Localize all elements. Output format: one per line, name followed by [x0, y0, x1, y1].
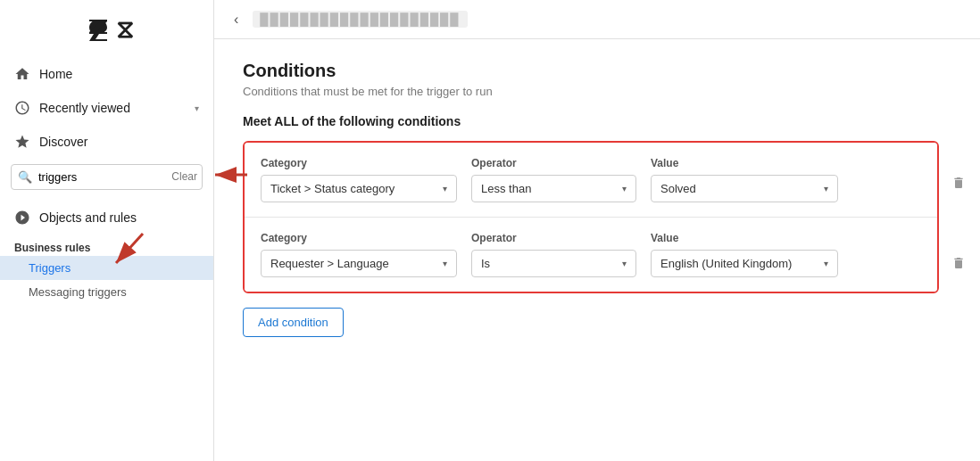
operator-chevron-1: ▾ — [622, 184, 627, 193]
conditions-outer: Category Ticket > Status category ▾ Oper… — [243, 141, 980, 308]
operator-value-2: Is — [481, 257, 490, 270]
home-icon — [14, 66, 30, 82]
category-label-2: Category — [261, 232, 457, 244]
svg-line-3 — [116, 234, 143, 263]
category-group-1: Category Ticket > Status category ▾ — [261, 157, 457, 202]
condition-row-1: Category Ticket > Status category ▾ Oper… — [245, 143, 937, 218]
value-chevron-2: ▾ — [824, 259, 828, 268]
search-icon: 🔍 — [18, 169, 32, 183]
value-label-2: Value — [651, 232, 838, 244]
sidebar-item-discover[interactable]: Discover — [0, 125, 213, 159]
triggers-item-wrap: Triggers — [0, 256, 213, 280]
add-condition-button[interactable]: Add condition — [243, 308, 344, 337]
clear-button[interactable]: Clear — [171, 170, 197, 183]
sidebar-item-objects-rules-label: Objects and rules — [39, 210, 137, 225]
meet-all-label: Meet ALL of the following conditions — [243, 114, 951, 128]
trash-icon-1 — [951, 176, 966, 190]
condition-cols-1: Category Ticket > Status category ▾ Oper… — [261, 157, 921, 202]
operator-label-2: Operator — [471, 232, 636, 244]
logo-text: ⧖ — [116, 16, 133, 45]
operator-group-2: Operator Is ▾ — [471, 232, 636, 277]
sidebar-item-home-label: Home — [39, 67, 72, 81]
sidebar-item-recently-viewed-label: Recently viewed — [39, 101, 130, 115]
clock-icon — [14, 100, 30, 116]
red-arrow-search — [208, 164, 247, 189]
condition-cols-2: Category Requester > Language ▾ Operator… — [261, 232, 921, 277]
operator-chevron-2: ▾ — [622, 259, 627, 268]
collapse-sidebar-button[interactable]: ‹ — [228, 8, 244, 31]
value-chevron-1: ▾ — [824, 184, 828, 193]
sidebar-item-messaging-triggers[interactable]: Messaging triggers — [0, 280, 213, 304]
main-content: ‹ ████████████████████ Conditions Condit… — [214, 0, 980, 461]
category-chevron-2: ▾ — [443, 259, 447, 268]
delete-condition-1-button[interactable] — [946, 143, 971, 223]
category-chevron-1: ▾ — [443, 184, 447, 193]
objects-icon — [14, 210, 30, 226]
category-value-1: Ticket > Status category — [270, 182, 394, 195]
chevron-down-icon: ▾ — [195, 103, 199, 113]
category-label-1: Category — [261, 157, 457, 169]
value-label-1: Value — [651, 157, 838, 169]
category-value-2: Requester > Language — [270, 257, 389, 270]
value-value-1: Solved — [660, 182, 696, 195]
value-group-1: Value Solved ▾ — [651, 157, 838, 202]
sidebar: ⧖ Home Recently viewed ▾ Discover 🔍 — [0, 0, 214, 461]
star-icon — [14, 134, 30, 150]
operator-select-1[interactable]: Less than ▾ — [471, 175, 636, 202]
page-title: Conditions — [243, 61, 951, 81]
category-select-2[interactable]: Requester > Language ▾ — [261, 250, 457, 277]
conditions-subtitle: Conditions that must be met for the trig… — [243, 85, 951, 98]
logo: ⧖ — [0, 0, 213, 57]
sidebar-item-home[interactable]: Home — [0, 57, 213, 91]
delete-condition-2-button[interactable] — [946, 223, 971, 303]
content-area: Conditions Conditions that must be met f… — [214, 39, 980, 461]
value-select-1[interactable]: Solved ▾ — [651, 175, 838, 202]
zendesk-logo — [80, 12, 116, 48]
breadcrumb: ████████████████████ — [253, 11, 467, 28]
operator-value-1: Less than — [481, 182, 531, 195]
sidebar-item-discover-label: Discover — [39, 135, 87, 149]
category-group-2: Category Requester > Language ▾ — [261, 232, 457, 277]
operator-group-1: Operator Less than ▾ — [471, 157, 636, 202]
top-bar: ‹ ████████████████████ — [214, 0, 980, 39]
value-group-2: Value English (United Kingdom) ▾ — [651, 232, 838, 277]
conditions-container: Category Ticket > Status category ▾ Oper… — [243, 141, 939, 293]
value-value-2: English (United Kingdom) — [660, 257, 792, 270]
value-select-2[interactable]: English (United Kingdom) ▾ — [651, 250, 838, 277]
search-box-container: 🔍 Clear — [0, 159, 213, 193]
delete-column — [946, 141, 971, 303]
sidebar-nav: Home Recently viewed ▾ Discover 🔍 Clear — [0, 57, 213, 304]
trash-icon-2 — [951, 256, 966, 270]
operator-label-1: Operator — [471, 157, 636, 169]
red-arrow-triggers — [107, 229, 152, 277]
condition-row-2: Category Requester > Language ▾ Operator… — [245, 218, 937, 292]
sidebar-item-recently-viewed[interactable]: Recently viewed ▾ — [0, 91, 213, 125]
category-select-1[interactable]: Ticket > Status category ▾ — [261, 175, 457, 202]
operator-select-2[interactable]: Is ▾ — [471, 250, 636, 277]
